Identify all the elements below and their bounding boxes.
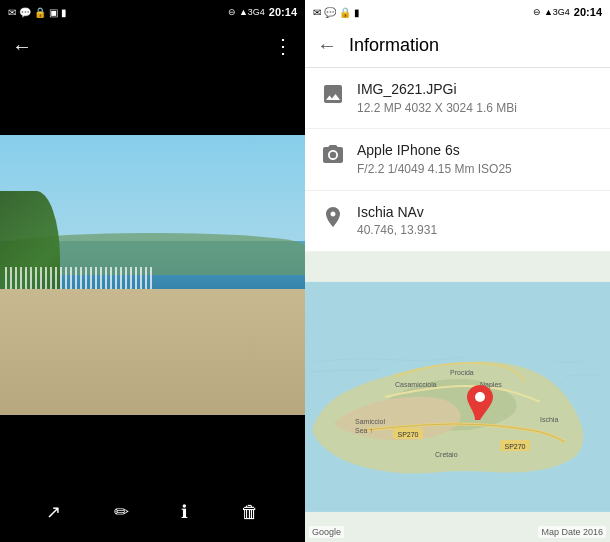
left-toolbar: ← ⋮ [0, 24, 305, 68]
left-time: 20:14 [269, 6, 297, 18]
map-attribution: Google [309, 526, 344, 538]
location-info-section: Ischia NAv 40.746, 13.931 [305, 191, 610, 252]
left-status-icons: ✉ 💬 🔒 ▣ ▮ [8, 7, 67, 18]
location-name: Ischia NAv [357, 203, 594, 223]
lock-icon: 🔒 [34, 7, 46, 18]
more-button[interactable]: ⋮ [273, 34, 293, 58]
left-panel: ✉ 💬 🔒 ▣ ▮ ⊖ ▲3G4 20:14 ← ⋮ [0, 0, 305, 542]
map-date: Map Date 2016 [538, 526, 606, 538]
svg-text:Casamicciola: Casamicciola [395, 381, 437, 388]
svg-point-13 [475, 392, 485, 402]
right-time: 20:14 [574, 6, 602, 18]
camera-settings: F/2.2 1/4049 4.15 Mm ISO25 [357, 161, 594, 178]
camera-info-section: Apple IPhone 6s F/2.2 1/4049 4.15 Mm ISO… [305, 129, 610, 190]
page-title: Information [349, 35, 439, 56]
location-coords: 40.746, 13.931 [357, 222, 594, 239]
file-info-content: IMG_2621.JPGi 12.2 MP 4032 X 3024 1.6 MB… [357, 80, 594, 116]
file-details: 12.2 MP 4032 X 3024 1.6 MBi [357, 100, 594, 117]
right-status-bar: ✉ 💬 🔒 ▮ ⊖ ▲3G4 20:14 [305, 0, 610, 24]
share-button[interactable]: ↗ [46, 501, 61, 523]
image-icon [321, 82, 345, 112]
svg-text:SP270: SP270 [504, 443, 525, 450]
camera-icon [321, 143, 345, 173]
bottom-bar: ↗ ✏ ℹ 🗑 [0, 482, 305, 542]
info-button[interactable]: ℹ [181, 501, 188, 523]
right-signal-icon: ⊖ ▲3G4 [533, 7, 569, 17]
left-signal-icon: ⊖ ▲3G4 [228, 7, 264, 17]
envelope-icon: ✉ [8, 7, 16, 18]
right-back-button[interactable]: ← [317, 34, 337, 57]
right-battery-icon: ▮ [354, 7, 360, 18]
file-info-section: IMG_2621.JPGi 12.2 MP 4032 X 3024 1.6 MB… [305, 68, 610, 129]
photo-railing [0, 267, 305, 289]
right-panel: ✉ 💬 🔒 ▮ ⊖ ▲3G4 20:14 ← Information IMG_2… [305, 0, 610, 542]
sd-icon: ▣ [49, 7, 58, 18]
svg-text:Cretaio: Cretaio [435, 451, 458, 458]
svg-text:SP270: SP270 [397, 431, 418, 438]
svg-text:Sea ↑: Sea ↑ [355, 427, 373, 434]
map-svg: SP270 SP270 Samicciol Sea ↑ Casamicciola… [305, 252, 610, 542]
battery-icon: ▮ [61, 7, 67, 18]
right-toolbar: ← Information [305, 24, 610, 68]
svg-text:Samicciol: Samicciol [355, 418, 385, 425]
map-container[interactable]: SP270 SP270 Samicciol Sea ↑ Casamicciola… [305, 252, 610, 542]
svg-text:Procida: Procida [450, 369, 474, 376]
file-name: IMG_2621.JPGi [357, 80, 594, 100]
svg-point-0 [330, 152, 336, 158]
delete-button[interactable]: 🗑 [241, 502, 259, 523]
location-icon [321, 205, 345, 235]
photo-terrace [0, 289, 305, 415]
edit-button[interactable]: ✏ [114, 501, 129, 523]
right-envelope-icon: ✉ [313, 7, 321, 18]
svg-text:Ischia: Ischia [540, 416, 558, 423]
back-button[interactable]: ← [12, 35, 32, 58]
right-lock-icon: 🔒 [339, 7, 351, 18]
right-message-icon: 💬 [324, 7, 336, 18]
left-status-bar: ✉ 💬 🔒 ▣ ▮ ⊖ ▲3G4 20:14 [0, 0, 305, 24]
photo-area [0, 68, 305, 482]
message-icon: 💬 [19, 7, 31, 18]
camera-info-content: Apple IPhone 6s F/2.2 1/4049 4.15 Mm ISO… [357, 141, 594, 177]
photo-landscape [0, 135, 305, 415]
right-status-icons: ✉ 💬 🔒 ▮ [313, 7, 360, 18]
camera-model: Apple IPhone 6s [357, 141, 594, 161]
location-info-content: Ischia NAv 40.746, 13.931 [357, 203, 594, 239]
